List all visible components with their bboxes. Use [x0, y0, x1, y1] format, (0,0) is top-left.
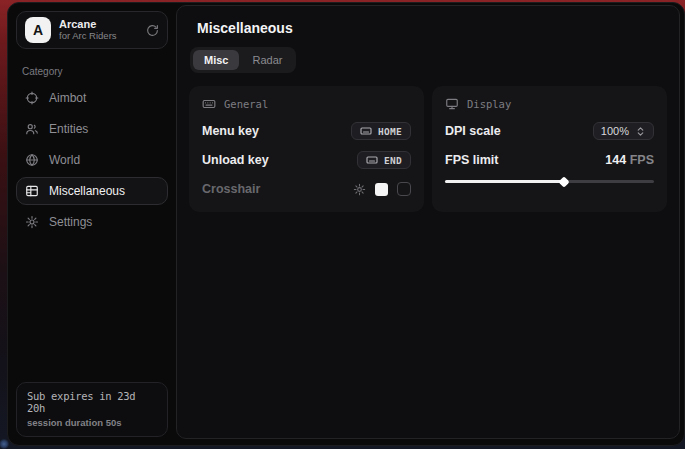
- desktop-backdrop: A Arcane for Arc Riders Category: [0, 0, 685, 449]
- sidebar-item-label: Entities: [49, 122, 88, 136]
- sidebar-item-label: Aimbot: [49, 91, 86, 105]
- fps-limit-row: FPS limit 144 FPS: [445, 151, 654, 169]
- main-panel: Miscellaneous Misc Radar General: [176, 5, 680, 439]
- menu-key-binding[interactable]: HOME: [351, 122, 411, 140]
- fps-limit-label: FPS limit: [445, 153, 498, 167]
- display-card-title: Display: [467, 98, 511, 110]
- monitor-icon: [445, 97, 459, 111]
- menu-key-label: Menu key: [202, 124, 259, 138]
- users-icon: [25, 122, 39, 136]
- fps-slider[interactable]: [445, 175, 654, 187]
- dpi-scale-select[interactable]: 100%: [593, 122, 654, 140]
- session-duration: session duration 50s: [27, 417, 157, 428]
- globe-icon: [25, 153, 39, 167]
- chevrons-up-down-icon: [635, 126, 646, 137]
- crosshair-settings-gear-icon[interactable]: [353, 183, 366, 196]
- fps-limit-value: 144 FPS: [605, 153, 654, 167]
- app-name: Arcane: [59, 18, 117, 31]
- crosshair-controls: [353, 182, 411, 196]
- fps-slider-fill: [445, 180, 564, 183]
- general-card-title: General: [224, 98, 268, 110]
- sidebar-nav: Aimbot Entities: [16, 84, 168, 236]
- dpi-scale-row: DPI scale 100%: [445, 122, 654, 140]
- sidebar-item-label: World: [49, 153, 80, 167]
- settings-cards: General Menu key HOME: [189, 86, 667, 212]
- fps-number: 144: [605, 153, 626, 167]
- crosshair-icon: [25, 91, 39, 105]
- page-title: Miscellaneous: [197, 20, 667, 36]
- subscription-expiry: Sub expires in 23d 20h: [27, 390, 157, 414]
- crosshair-label: Crosshair: [202, 182, 260, 196]
- unload-key-binding[interactable]: END: [357, 151, 411, 169]
- app-window: A Arcane for Arc Riders Category: [7, 2, 685, 446]
- fps-slider-thumb[interactable]: [558, 176, 569, 187]
- unload-key-value: END: [384, 155, 402, 166]
- display-card: Display DPI scale 100%: [432, 86, 667, 212]
- menu-key-value: HOME: [378, 126, 402, 137]
- unload-key-row: Unload key END: [202, 151, 411, 169]
- unload-key-label: Unload key: [202, 153, 269, 167]
- keyboard-icon: [202, 97, 216, 111]
- sidebar-item-settings[interactable]: Settings: [16, 208, 168, 236]
- category-label: Category: [22, 66, 162, 77]
- refresh-icon[interactable]: [146, 24, 159, 37]
- sidebar-item-world[interactable]: World: [16, 146, 168, 174]
- sidebar-item-label: Settings: [49, 215, 92, 229]
- sidebar-item-miscellaneous[interactable]: Miscellaneous: [16, 177, 168, 205]
- crosshair-row: Crosshair: [202, 180, 411, 198]
- app-meta: Arcane for Arc Riders: [59, 18, 117, 42]
- keyboard-icon: [360, 125, 372, 137]
- sidebar: A Arcane for Arc Riders Category: [8, 3, 176, 445]
- dpi-scale-label: DPI scale: [445, 124, 501, 138]
- crosshair-color-swatch[interactable]: [375, 183, 388, 196]
- general-card-header: General: [202, 97, 411, 111]
- sidebar-item-entities[interactable]: Entities: [16, 115, 168, 143]
- display-card-header: Display: [445, 97, 654, 111]
- app-subtitle: for Arc Riders: [59, 31, 117, 42]
- grid-icon: [25, 184, 39, 198]
- fps-unit: FPS: [630, 153, 654, 167]
- sidebar-item-label: Miscellaneous: [49, 184, 125, 198]
- tab-misc[interactable]: Misc: [193, 50, 239, 70]
- keyboard-icon: [366, 154, 378, 166]
- subscription-card: Sub expires in 23d 20h session duration …: [16, 382, 168, 437]
- menu-key-row: Menu key HOME: [202, 122, 411, 140]
- app-header-card: A Arcane for Arc Riders: [16, 11, 168, 49]
- crosshair-checkbox[interactable]: [397, 182, 411, 196]
- app-logo: A: [25, 17, 51, 43]
- general-card: General Menu key HOME: [189, 86, 424, 212]
- tab-radar[interactable]: Radar: [241, 50, 293, 70]
- sidebar-item-aimbot[interactable]: Aimbot: [16, 84, 168, 112]
- gear-icon: [25, 215, 39, 229]
- dpi-scale-value: 100%: [601, 125, 629, 137]
- tab-bar: Misc Radar: [190, 47, 296, 73]
